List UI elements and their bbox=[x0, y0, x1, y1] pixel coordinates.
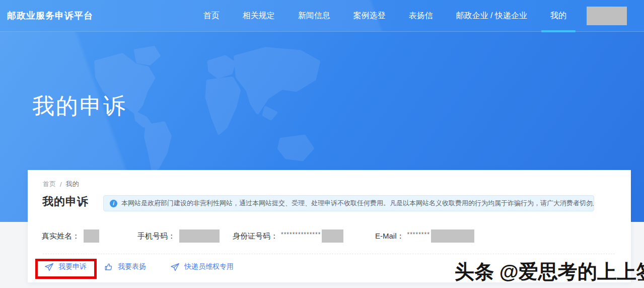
field-real-name: 真实姓名： bbox=[42, 229, 99, 243]
nav-item-news[interactable]: 新闻信息 bbox=[298, 0, 330, 32]
notice-text: 本网站是政府部门建设的非营利性网站，通过本网站提交、受理、处理申诉不收取任何费用… bbox=[121, 199, 594, 208]
nav-item-home[interactable]: 首页 bbox=[203, 0, 220, 32]
user-account-redacted-box[interactable] bbox=[587, 7, 627, 25]
action-submit-praise[interactable]: 我要表扬 bbox=[104, 262, 146, 271]
action-label: 我要申诉 bbox=[58, 262, 87, 271]
breadcrumb-home-link[interactable]: 首页 bbox=[43, 180, 56, 189]
field-phone: 手机号码： bbox=[137, 229, 220, 243]
action-label: 快递员维权专用 bbox=[184, 262, 234, 271]
field-id-number: 身份证号码： ************** bbox=[233, 229, 343, 243]
nav-item-cases[interactable]: 案例选登 bbox=[353, 0, 386, 32]
field-label: 真实姓名： bbox=[42, 232, 80, 241]
site-logo[interactable]: 邮政业服务申诉平台 bbox=[7, 10, 93, 22]
action-courier-rights[interactable]: 快递员维权专用 bbox=[170, 262, 234, 271]
nav-item-enterprises[interactable]: 邮政企业 / 快递企业 bbox=[456, 0, 527, 32]
action-label: 我要表扬 bbox=[118, 262, 146, 271]
dashed-divider bbox=[43, 254, 615, 254]
field-label: 身份证号码： bbox=[233, 232, 278, 241]
notice-banner: i 本网站是政府部门建设的非营利性网站，通过本网站提交、受理、处理申诉不收取任何… bbox=[103, 195, 594, 211]
nav-item-mine[interactable]: 我的 bbox=[550, 0, 566, 32]
paper-plane-icon bbox=[170, 263, 180, 271]
field-label: E-Mail： bbox=[375, 232, 404, 241]
paper-plane-icon bbox=[44, 263, 54, 271]
nav-item-praise-letter[interactable]: 表扬信 bbox=[409, 0, 433, 32]
thumbs-up-icon bbox=[104, 262, 113, 271]
breadcrumb: 首页 / 我的 bbox=[43, 180, 79, 189]
hero-title: 我的申诉 bbox=[32, 91, 127, 121]
masked-value: ******** bbox=[407, 231, 430, 238]
redacted-value-box bbox=[431, 229, 474, 243]
field-label: 手机号码： bbox=[137, 232, 175, 241]
watermark-text: 头条 @爱思考的上上签 bbox=[455, 258, 644, 285]
redacted-value-box bbox=[322, 229, 343, 243]
redacted-value-box bbox=[84, 229, 99, 243]
field-email: E-Mail： ******** bbox=[375, 229, 474, 243]
page-title: 我的申诉 bbox=[42, 194, 89, 209]
action-submit-complaint[interactable]: 我要申诉 bbox=[44, 262, 87, 271]
redacted-value-box bbox=[179, 229, 220, 243]
info-icon: i bbox=[110, 200, 117, 207]
breadcrumb-current: 我的 bbox=[66, 180, 79, 189]
nav-item-regulations[interactable]: 相关规定 bbox=[243, 0, 275, 32]
breadcrumb-separator: / bbox=[60, 181, 62, 188]
masked-value: ************** bbox=[281, 231, 321, 238]
top-navbar: 邮政业服务申诉平台 首页 相关规定 新闻信息 案例选登 表扬信 邮政企业 / 快… bbox=[0, 0, 644, 32]
nav-menu: 首页 相关规定 新闻信息 案例选登 表扬信 邮政企业 / 快递企业 我的 bbox=[203, 0, 627, 32]
